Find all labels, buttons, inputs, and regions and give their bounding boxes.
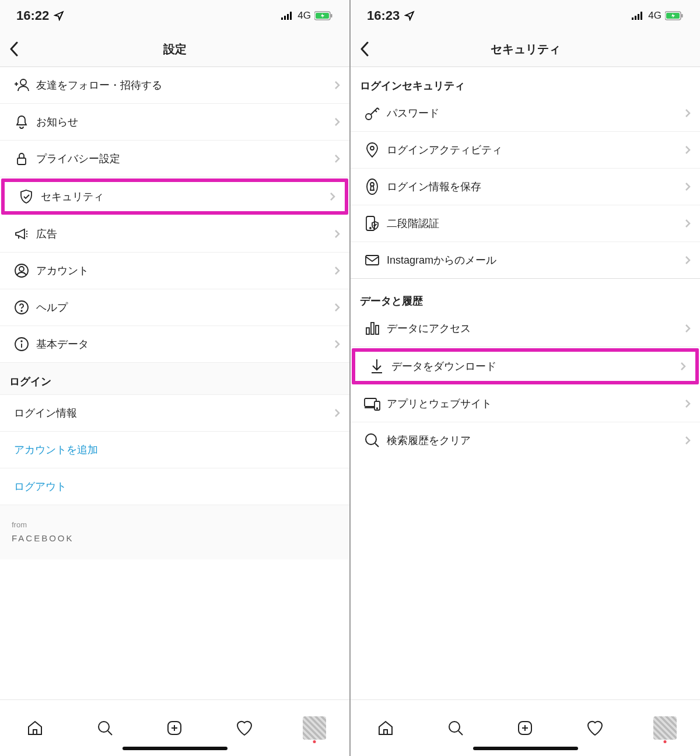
lock-icon [9,150,34,167]
security-item-apps-websites[interactable]: アプリとウェブサイト [351,386,700,422]
settings-item-privacy[interactable]: プライバシー設定 [0,141,349,177]
status-bar: 16:23 4G [351,0,700,32]
page-header: 設定 [0,32,349,67]
tab-create[interactable] [163,716,186,740]
keyhole-icon [360,178,384,195]
back-button[interactable] [360,41,369,57]
page-header: セキュリティ [351,32,700,67]
battery-icon [314,11,333,20]
bell-icon [9,114,34,130]
settings-item-follow-invite[interactable]: 友達をフォロー・招待する [0,67,349,104]
tab-profile[interactable] [653,716,677,740]
settings-item-label: ログアウト [12,480,340,494]
tab-home[interactable] [374,716,397,740]
settings-item-ads[interactable]: 広告 [0,216,349,253]
chevron-right-icon [330,192,335,201]
svg-line-52 [459,731,463,735]
chevron-right-icon [334,266,340,275]
tab-create[interactable] [513,716,537,740]
megaphone-icon [9,226,34,242]
settings-item-label: 友達をフォロー・招待する [34,78,334,92]
svg-rect-6 [331,14,332,18]
chevron-right-icon [685,108,691,118]
security-item-download-data[interactable]: データをダウンロード [352,348,699,384]
security-item-clear-search[interactable]: 検索履歴をクリア [351,422,700,459]
footer-from: from FACEBOOK [0,505,349,559]
security-item-access-data[interactable]: データにアクセス [351,310,700,347]
location-icon [54,10,64,21]
home-indicator[interactable] [473,747,578,750]
tab-search[interactable] [93,716,117,740]
tab-activity[interactable] [583,716,607,740]
security-item-password[interactable]: パスワード [351,95,700,132]
settings-item-label: プライバシー設定 [34,152,334,166]
settings-item-label: 広告 [34,227,334,241]
security-item-saved-login[interactable]: ログイン情報を保存 [351,169,700,205]
tab-home[interactable] [23,716,47,740]
svg-rect-0 [281,18,283,20]
devices-icon [360,396,384,412]
shield-check-icon [14,188,38,205]
status-time: 16:22 [16,8,49,23]
tab-profile[interactable] [303,716,326,740]
chevron-right-icon [334,408,340,418]
chevron-right-icon [334,117,340,127]
settings-item-logout[interactable]: ログアウト [0,468,349,505]
security-item-two-factor[interactable]: 二段階認証 [351,205,700,242]
back-button[interactable] [9,41,19,57]
svg-point-38 [370,228,371,229]
settings-item-login-info[interactable]: ログイン情報 [0,395,349,432]
settings-item-help[interactable]: ヘルプ [0,289,349,326]
settings-item-label: ヘルプ [34,300,334,314]
key-icon [360,104,384,122]
security-item-login-activity[interactable]: ログインアクティビティ [351,132,700,169]
facebook-label: FACEBOOK [12,531,338,545]
svg-point-35 [367,179,377,194]
svg-rect-26 [640,12,642,20]
help-circle-icon [9,299,34,316]
location-icon [404,10,415,21]
chevron-right-icon [685,145,691,155]
svg-rect-39 [366,256,379,265]
svg-rect-23 [632,18,634,20]
chevron-right-icon [334,340,340,349]
phone-shield-icon [360,215,384,232]
settings-list: 友達をフォロー・招待する お知らせ プライバシー設定 セキュリティ [0,67,349,699]
chevron-right-icon [334,303,340,312]
home-indicator[interactable] [123,747,228,750]
chevron-right-icon [685,436,691,445]
settings-item-add-account[interactable]: アカウントを追加 [0,432,349,468]
signal-icon [281,12,294,20]
chevron-right-icon [685,324,691,333]
svg-rect-40 [366,328,369,334]
svg-point-7 [20,79,26,85]
chevron-right-icon [685,256,691,265]
network-label: 4G [298,10,311,22]
signal-icon [632,12,645,20]
settings-item-notifications[interactable]: お知らせ [0,104,349,141]
chevron-right-icon [334,229,340,239]
phone-settings: 16:22 4G 設定 友達をフォロー・招待する [0,0,351,756]
security-item-label: データにアクセス [384,321,685,335]
svg-rect-29 [681,14,683,18]
svg-point-12 [19,267,24,271]
security-item-label: アプリとウェブサイト [384,397,685,411]
from-label: from [12,519,338,531]
status-time: 16:23 [367,8,400,23]
settings-item-label: 基本データ [34,337,334,351]
security-list: ログインセキュリティ パスワード ログインアクティビティ ログイン情報を保存 [351,67,700,699]
settings-item-about[interactable]: 基本データ [0,326,349,363]
svg-rect-24 [635,16,636,20]
settings-item-label: アカウントを追加 [12,443,340,457]
tab-search[interactable] [444,716,467,740]
svg-point-48 [377,408,378,409]
tab-activity[interactable] [233,716,256,740]
security-item-label: パスワード [384,106,685,120]
security-item-emails[interactable]: Instagramからのメール [351,242,700,279]
settings-item-account[interactable]: アカウント [0,253,349,289]
chevron-right-icon [334,80,340,90]
settings-item-security[interactable]: セキュリティ [1,178,348,215]
settings-item-label: アカウント [34,264,334,278]
security-item-label: ログイン情報を保存 [384,180,685,194]
svg-line-19 [108,731,112,735]
